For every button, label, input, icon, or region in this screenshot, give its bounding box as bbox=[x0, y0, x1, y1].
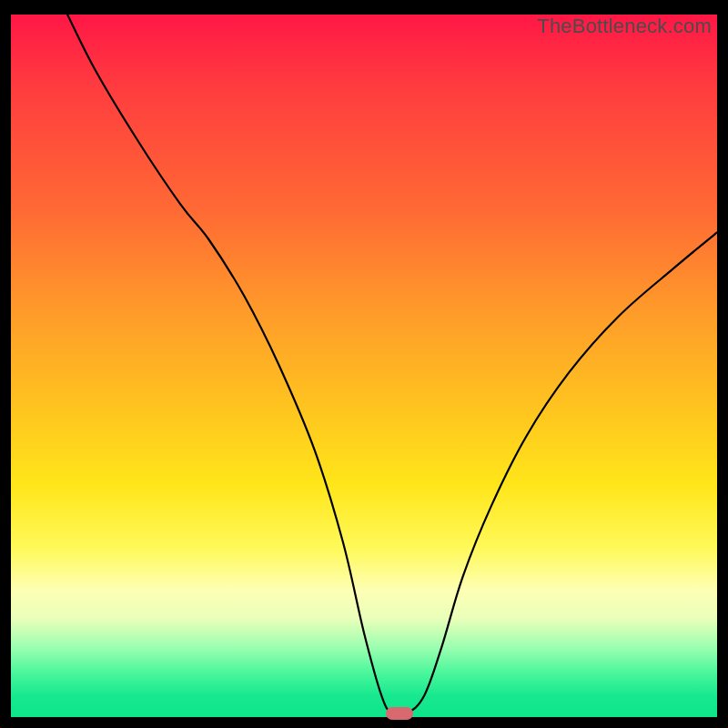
chart-frame: TheBottleneck.com bbox=[11, 15, 717, 717]
watermark-text: TheBottleneck.com bbox=[537, 15, 712, 38]
bottleneck-curve bbox=[11, 15, 717, 717]
optimal-point-marker bbox=[386, 707, 413, 720]
